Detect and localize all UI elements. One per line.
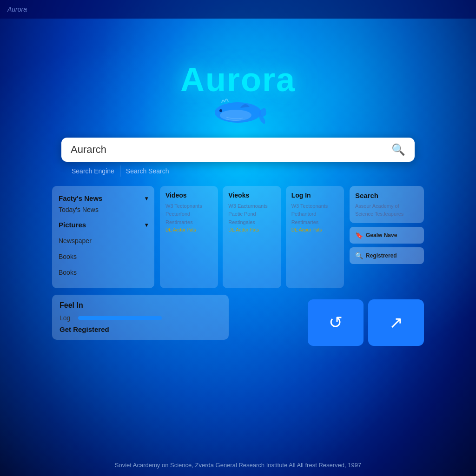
bookmark-icon: 🔖 bbox=[355, 231, 363, 239]
videos-header: Videos bbox=[165, 192, 212, 199]
login-card: Feel In Log Get Registered bbox=[52, 295, 229, 340]
login-row: Log bbox=[60, 314, 221, 322]
login-column: Log In W3 Tectopnants Pethantord Restima… bbox=[286, 186, 344, 288]
footer-text: Soviet Acardemy on Science, Zverda Gener… bbox=[115, 462, 361, 469]
vieoks-header: Vieoks bbox=[228, 192, 275, 199]
search-card-title: Search bbox=[355, 192, 418, 199]
vieoks-item-4: DE Aedor Pats bbox=[228, 227, 275, 233]
login-progress-bar bbox=[78, 316, 162, 320]
whale-icon bbox=[208, 94, 268, 128]
search-box: 🔍 bbox=[61, 138, 415, 162]
videos-item-4: DE Aedor Pats bbox=[165, 227, 212, 233]
gealw-nave-label: Gealw Nave bbox=[366, 232, 397, 238]
left-sidebar: Facty's News ▾ Today's News Pictures ▾ N… bbox=[52, 186, 154, 288]
tab-search-engine[interactable]: Search Engine bbox=[66, 165, 120, 177]
get-registered-label: Get Registered bbox=[60, 325, 221, 333]
arrow-up-right-icon: ↗ bbox=[389, 313, 403, 332]
chevron-down-icon: ▾ bbox=[145, 195, 148, 202]
right-sidebar: Search Assour Academy of Science Tes.lea… bbox=[350, 186, 424, 288]
login-item-2: Pethantord bbox=[291, 211, 338, 218]
tab-search-search[interactable]: Search Search bbox=[120, 165, 175, 177]
search-input[interactable] bbox=[71, 144, 391, 156]
gealw-nave-button[interactable]: 🔖 Gealw Nave bbox=[350, 227, 424, 244]
vieoks-column: Vieoks W3 Eacturnoants Paetic Pond Resti… bbox=[223, 186, 281, 288]
forward-button[interactable]: ↗ bbox=[368, 299, 424, 346]
nav-section-pictures: Pictures ▾ Newspaper Books Books bbox=[59, 219, 148, 278]
videos-item-1: W3 Tectopnants bbox=[165, 203, 212, 210]
videos-item-3: Restimartes bbox=[165, 219, 212, 226]
chevron-down-icon-2: ▾ bbox=[145, 222, 148, 228]
nav-books-1[interactable]: Books bbox=[59, 251, 148, 262]
top-bar: Aurora bbox=[0, 0, 476, 19]
login-item-1: W3 Tectopnants bbox=[291, 203, 338, 210]
vieoks-item-3: Restingales bbox=[228, 219, 275, 226]
videos-column: Videos W3 Tectopnants Pecturfond Restima… bbox=[160, 186, 218, 288]
svg-point-2 bbox=[219, 109, 222, 112]
main-content: Aurora bbox=[0, 0, 476, 476]
vieoks-item-2: Paetic Pond bbox=[228, 211, 275, 218]
nav-pictures[interactable]: Pictures ▾ bbox=[59, 219, 148, 231]
nav-factys-news[interactable]: Facty's News ▾ bbox=[59, 192, 148, 204]
login-item-4: DE Aepur Pats bbox=[291, 227, 338, 233]
nav-section-news: Facty's News ▾ Today's News bbox=[59, 192, 148, 215]
logo-text: Aurora bbox=[180, 60, 296, 99]
registrered-button[interactable]: 🔍 Registrered bbox=[350, 247, 424, 264]
search-reg-icon: 🔍 bbox=[355, 252, 363, 259]
app-title: Aurora bbox=[7, 6, 27, 13]
registrered-label: Registrered bbox=[366, 252, 397, 259]
logo-area: Aurora bbox=[180, 60, 296, 128]
log-label: Log bbox=[60, 314, 73, 322]
middle-columns: Videos W3 Tectopnants Pecturfond Restima… bbox=[160, 186, 344, 288]
svg-point-1 bbox=[220, 110, 251, 121]
search-tabs: Search Engine Search Search bbox=[61, 165, 415, 177]
refresh-icon: ↺ bbox=[329, 313, 343, 332]
refresh-button[interactable]: ↺ bbox=[308, 299, 364, 346]
search-info-card: Search Assour Academy of Science Tes.lea… bbox=[350, 186, 424, 223]
nav-newspaper[interactable]: Newspaper bbox=[59, 235, 148, 246]
nav-books-2[interactable]: Books bbox=[59, 267, 148, 278]
login-title: Feel In bbox=[60, 301, 221, 310]
nav-todays-news[interactable]: Today's News bbox=[59, 204, 148, 215]
footer: Soviet Acardemy on Science, Zverda Gener… bbox=[0, 462, 476, 469]
content-grid: Facty's News ▾ Today's News Pictures ▾ N… bbox=[52, 186, 424, 288]
vieoks-item-1: W3 Eacturnoants bbox=[228, 203, 275, 210]
login-col-header: Log In bbox=[291, 192, 338, 199]
search-container: 🔍 Search Engine Search Search bbox=[61, 138, 415, 177]
bottom-section: Feel In Log Get Registered ↺ ↗ bbox=[52, 295, 424, 346]
videos-item-2: Pecturfond bbox=[165, 211, 212, 218]
search-button[interactable]: 🔍 bbox=[391, 143, 405, 156]
search-card-text: Assour Academy of Science Tes.leapures bbox=[355, 202, 418, 218]
login-item-3: Restimartes bbox=[291, 219, 338, 226]
action-buttons: ↺ ↗ bbox=[234, 295, 424, 346]
